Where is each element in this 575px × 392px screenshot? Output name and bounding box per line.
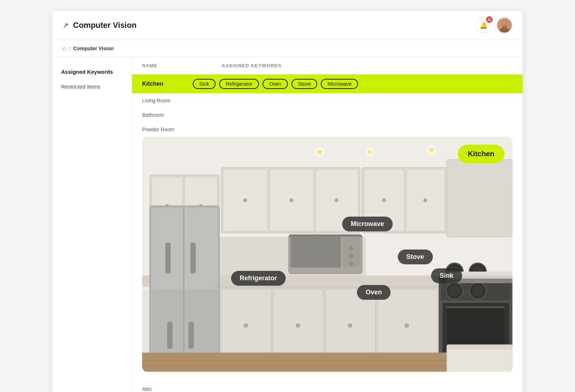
label-oven: Oven	[357, 285, 391, 300]
col-name-header: NAME	[142, 63, 178, 68]
avatar[interactable]	[497, 17, 512, 33]
label-microwave: Microwave	[342, 217, 393, 231]
room-name-living-room: Living Room	[142, 98, 178, 103]
svg-rect-4	[502, 25, 507, 27]
keyword-stove[interactable]: Stove	[291, 79, 318, 89]
table-header: NAME ASSIGNED KEYWORDS	[132, 57, 523, 74]
header-left: ↗ Computer Vision	[63, 21, 137, 30]
keyword-microwave[interactable]: Microwave	[321, 79, 358, 89]
keyword-sink[interactable]: Sink	[193, 79, 216, 89]
svg-point-46	[348, 323, 353, 328]
svg-point-29	[423, 198, 427, 202]
svg-rect-30	[447, 160, 512, 237]
label-refrigerator: Refrigerator	[231, 271, 286, 286]
kitchen-image-section: Kitchen Microwave Stove Refrigerator Ove…	[142, 137, 512, 372]
page-title: Computer Vision	[73, 21, 137, 30]
breadcrumb: ⌂ / Computer Vision	[52, 40, 523, 57]
bell-icon: 🔔	[480, 21, 487, 29]
keywords-list-kitchen: Sink Refrigerator Oven Stove Microwave	[193, 79, 358, 89]
svg-rect-53	[190, 243, 196, 273]
svg-rect-52	[165, 243, 171, 273]
notification-badge: 32	[486, 16, 493, 23]
room-row-powder-room[interactable]: Powder Room	[132, 122, 523, 137]
kitchen-image-badge: Kitchen	[458, 145, 504, 163]
svg-point-28	[382, 198, 386, 202]
svg-point-12	[368, 150, 372, 154]
room-name-bathroom: Bathroom	[142, 112, 178, 118]
svg-rect-54	[167, 322, 172, 349]
room-row-kitchen[interactable]: Kitchen Sink Refrigerator Oven Stove Mic…	[132, 74, 523, 93]
label-sink: Sink	[431, 268, 462, 283]
header: ↗ Computer Vision 🔔 32	[52, 11, 523, 40]
room-row-bathroom[interactable]: Bathroom	[132, 108, 523, 122]
kitchen-scene-svg	[142, 137, 512, 372]
svg-point-23	[289, 198, 293, 202]
svg-point-8	[317, 150, 322, 154]
svg-rect-76	[447, 345, 512, 350]
label-stove: Stove	[398, 250, 433, 264]
home-icon[interactable]: ⌂	[63, 45, 66, 52]
room-row-living-room[interactable]: Living Room	[132, 93, 523, 108]
room-row-attic[interactable]: Attic	[132, 382, 523, 392]
svg-point-24	[335, 198, 338, 202]
svg-rect-67	[447, 306, 505, 345]
svg-point-10	[429, 148, 434, 153]
header-right: 🔔 32	[476, 17, 512, 33]
svg-rect-55	[188, 322, 194, 349]
sidebar-item-restricted-items[interactable]: Restricted Items	[52, 79, 132, 94]
svg-rect-38	[219, 237, 366, 276]
svg-point-45	[296, 323, 301, 328]
content-area: NAME ASSIGNED KEYWORDS Kitchen Sink Refr…	[132, 57, 523, 392]
svg-point-44	[244, 323, 248, 328]
avatar-image	[497, 18, 512, 33]
sidebar: Assigned Keywords Restricted Items	[52, 57, 132, 392]
main-layout: Assigned Keywords Restricted Items NAME …	[52, 57, 523, 392]
breadcrumb-separator: /	[69, 46, 71, 51]
svg-point-65	[472, 285, 483, 296]
breadcrumb-current: Computer Vision	[73, 46, 114, 51]
svg-point-22	[243, 198, 247, 202]
room-name-kitchen: Kitchen	[142, 81, 178, 87]
col-keywords-header: ASSIGNED KEYWORDS	[222, 63, 282, 68]
sidebar-item-assigned-keywords[interactable]: Assigned Keywords	[52, 64, 132, 79]
app-container: ↗ Computer Vision 🔔 32 ⌂ / Computer Vis	[52, 11, 523, 392]
svg-rect-49	[152, 208, 217, 289]
keyword-refrigerator[interactable]: Refrigerator	[219, 79, 259, 89]
notifications-button[interactable]: 🔔 32	[476, 17, 491, 33]
svg-point-47	[404, 323, 409, 328]
svg-rect-68	[447, 306, 505, 308]
room-name-attic: Attic	[142, 386, 178, 392]
svg-point-63	[449, 285, 460, 296]
keyword-oven[interactable]: Oven	[263, 79, 288, 89]
room-name-powder-room: Powder Room	[142, 127, 178, 132]
nav-arrow-icon: ↗	[63, 21, 69, 30]
